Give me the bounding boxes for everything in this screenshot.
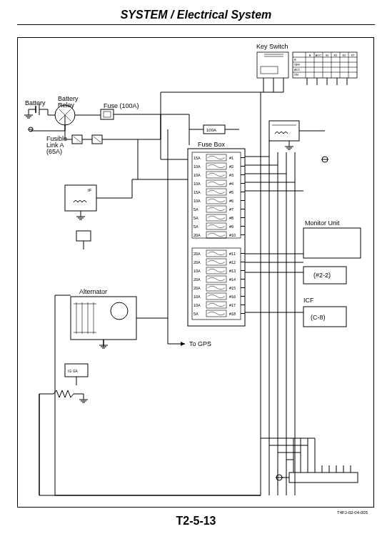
svg-text:ST: ST: [351, 54, 355, 57]
svg-rect-182: [269, 121, 299, 141]
svg-text:20A: 20A: [194, 233, 201, 237]
main-fuse-block: 100A: [189, 125, 239, 134]
svg-text:(C-8): (C-8): [311, 314, 326, 321]
svg-text:15A: 15A: [194, 156, 201, 160]
battery-label: Battery: [25, 99, 46, 107]
svg-text:To GPS: To GPS: [189, 340, 211, 347]
svg-text:5A: 5A: [194, 207, 198, 212]
title-rule: [17, 24, 375, 25]
svg-text:10A: 10A: [194, 295, 201, 299]
key-switch-table: B ACC IG R1 R2 ST B OFF ACC ON: [293, 52, 357, 78]
svg-rect-6: [261, 66, 278, 74]
svg-text:#4: #4: [229, 182, 233, 186]
svg-text:10A: 10A: [194, 199, 201, 203]
svg-rect-154: [65, 185, 96, 211]
svg-text:#15: #15: [229, 286, 236, 290]
page: SYSTEM / Electrical System Key Switch: [0, 0, 392, 549]
svg-text:20A: 20A: [194, 286, 201, 290]
key-switch-label: Key Switch: [256, 43, 288, 50]
page-number: T2-5-13: [0, 515, 392, 528]
to-gps: To GPS: [168, 318, 211, 347]
svg-text:10A: 10A: [194, 182, 201, 186]
svg-text:ACC: ACC: [316, 54, 322, 57]
svg-text:5A: 5A: [194, 216, 198, 220]
svg-text:Fuse Box: Fuse Box: [198, 141, 226, 148]
svg-text:5A: 5A: [194, 224, 198, 229]
svg-text:#16: #16: [229, 295, 236, 299]
bottom-connector: [39, 438, 358, 495]
svg-text:B: B: [294, 58, 296, 61]
svg-text:FusibleLink A(65A): FusibleLink A(65A): [46, 135, 67, 155]
svg-text:20A: 20A: [194, 252, 201, 256]
svg-text:#17: #17: [229, 303, 236, 307]
lower-left-block: IG GA: [39, 364, 88, 495]
svg-rect-188: [303, 228, 361, 258]
svg-text:#11: #11: [229, 252, 236, 256]
battery-relay-label: BatteryRelay: [58, 95, 79, 109]
ref-2-2: (#2-2): [303, 267, 346, 284]
icf-block: ICF (C-8): [303, 297, 346, 327]
document-id: T4FJ-02-04-005: [337, 510, 368, 515]
svg-text:R1: R1: [333, 54, 338, 57]
key-switch: Key Switch: [256, 43, 357, 92]
svg-text:ACC: ACC: [294, 68, 301, 71]
svg-text:10A: 10A: [194, 173, 201, 177]
svg-text:OFF: OFF: [294, 63, 301, 66]
svg-line-64: [94, 137, 101, 142]
svg-text:#10: #10: [229, 233, 236, 237]
battery-group: Battery BatteryRelay: [24, 95, 101, 132]
svg-text:IG: IG: [326, 54, 328, 57]
svg-text:20A: 20A: [194, 260, 201, 264]
page-title: SYSTEM / Electrical System: [0, 9, 392, 21]
svg-point-163: [111, 302, 128, 320]
svg-text:IF: IF: [88, 188, 92, 192]
svg-text:R2: R2: [342, 54, 346, 57]
svg-text:#6: #6: [229, 199, 233, 203]
svg-rect-5: [257, 52, 288, 78]
svg-text:#7: #7: [229, 207, 233, 212]
svg-text:20A: 20A: [194, 277, 201, 282]
svg-line-62: [74, 137, 81, 142]
svg-text:100A: 100A: [206, 128, 216, 132]
svg-text:#13: #13: [229, 269, 236, 273]
svg-text:15A: 15A: [194, 190, 201, 194]
svg-text:10A: 10A: [194, 164, 201, 169]
fuse-100a-label: Fuse (100A): [104, 102, 139, 109]
svg-rect-162: [71, 297, 136, 340]
svg-text:#1: #1: [229, 156, 233, 160]
svg-text:ON: ON: [294, 73, 298, 76]
alternator: Alternator: [71, 129, 168, 348]
fuse-box: Fuse Box 15A#110A#210A#310A#415A#510A#65…: [138, 114, 245, 326]
svg-text:#14: #14: [229, 277, 236, 282]
svg-text:IG GA: IG GA: [68, 369, 79, 373]
svg-text:#3: #3: [229, 173, 233, 177]
svg-text:#8: #8: [229, 216, 233, 220]
fusible-link-a: FusibleLink A(65A): [46, 114, 161, 155]
svg-rect-53: [101, 109, 114, 119]
svg-text:#2: #2: [229, 164, 233, 169]
svg-text:B: B: [309, 54, 311, 57]
mid-relay-block: IF: [65, 179, 138, 219]
diagram-frame: Key Switch: [17, 37, 374, 508]
svg-text:Monitor Unit: Monitor Unit: [305, 219, 340, 227]
svg-rect-54: [104, 112, 111, 117]
monitor-unit: Monitor Unit: [303, 219, 361, 258]
svg-text:10A: 10A: [194, 303, 201, 307]
electrical-schematic: Key Switch: [18, 38, 373, 507]
svg-text:#5: #5: [229, 190, 233, 194]
svg-text:#12: #12: [229, 260, 236, 264]
svg-rect-159: [76, 231, 91, 241]
svg-text:#18: #18: [229, 312, 236, 316]
svg-text:Alternator: Alternator: [79, 288, 107, 295]
svg-rect-208: [289, 473, 358, 483]
svg-text:10A: 10A: [194, 269, 201, 273]
svg-text:ICF: ICF: [303, 297, 314, 304]
svg-text:(#2-2): (#2-2): [313, 272, 331, 279]
svg-text:5A: 5A: [194, 312, 198, 316]
svg-text:#9: #9: [229, 224, 233, 229]
fuse-100a: Fuse (100A): [101, 102, 161, 119]
